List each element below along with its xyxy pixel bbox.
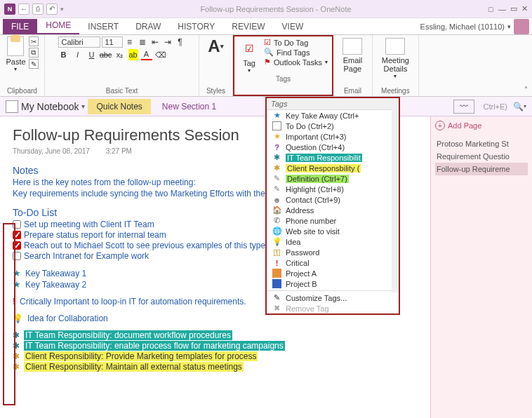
flag-icon: ⚑ — [264, 58, 271, 67]
tags-panel-header: Tags — [267, 98, 399, 110]
bullets-icon[interactable]: ≡ — [124, 36, 135, 48]
find-tags-button[interactable]: 🔍Find Tags — [264, 48, 328, 57]
tag-checkbox-icon[interactable]: ☑ — [239, 38, 260, 59]
tag-menu-item-todo[interactable]: To Do (Ctrl+2) — [267, 121, 399, 131]
bold-button[interactable]: B — [58, 49, 69, 60]
tags-dropdown-panel: Tags ★Key Take Away (Ctrl+To Do (Ctrl+2)… — [265, 97, 400, 315]
ribbon-tabs: FILE HOME INSERT DRAW HISTORY REVIEW VIE… — [0, 18, 532, 35]
tag-item-icon: ★ — [272, 111, 281, 120]
minimize-icon[interactable]: — — [498, 5, 506, 13]
underline-button[interactable]: U — [86, 49, 98, 60]
outlook-tasks-label: Outlook Tasks — [274, 58, 322, 67]
paragraph-icon[interactable]: ¶ — [175, 36, 186, 48]
italic-button[interactable]: I — [72, 49, 84, 60]
tab-history[interactable]: HISTORY — [169, 19, 223, 34]
tag-menu-item-hl[interactable]: ✎Highlight (Ctrl+8) — [267, 184, 399, 194]
numbering-icon[interactable]: ≣ — [137, 36, 148, 48]
tag-menu-item-it[interactable]: ✱IT Team Responsibilit — [267, 152, 399, 163]
notebook-icon[interactable] — [6, 100, 18, 113]
indent-left-icon[interactable]: ⇤ — [149, 36, 161, 48]
undo-icon[interactable]: ↶ — [46, 4, 58, 15]
tag-item-icon: ✎ — [272, 174, 281, 183]
todo-text: Reach out to Michael Scott to see previo… — [24, 241, 286, 250]
tag-item-icon — [272, 269, 281, 278]
add-page-label: Add Page — [448, 121, 481, 130]
tag-menu-item-ph[interactable]: ✆Phone number — [267, 215, 399, 226]
maximize-icon[interactable]: ▭ — [510, 4, 517, 13]
tag-menu-item-web[interactable]: 🌐Web site to visit — [267, 226, 399, 236]
tag-menu-item-addr[interactable]: 🏠Address — [267, 205, 399, 215]
paste-button[interactable]: Paste ▾ — [6, 36, 25, 72]
tag-menu-item-pw[interactable]: ⚿Password — [267, 247, 399, 257]
collapse-ribbon-icon[interactable]: ˄ — [524, 86, 528, 93]
meeting-details-button[interactable]: Meeting Details ▾ — [377, 36, 414, 81]
outlook-tasks-button[interactable]: ⚑Outlook Tasks▾ — [264, 58, 328, 67]
styles-button[interactable]: A▾ — [208, 36, 223, 56]
paste-label: Paste — [6, 58, 25, 66]
quick-style-icon[interactable]: 〰 — [453, 100, 474, 114]
section-tab-new[interactable]: New Section 1 — [154, 99, 225, 114]
font-color-button[interactable]: A — [141, 49, 152, 60]
remove-tag-button[interactable]: ✖Remove Tag — [267, 303, 399, 314]
tag-menu-item-cl[interactable]: ✱Client Responsbility ( — [267, 163, 399, 173]
copy-icon[interactable]: ⧉ — [29, 48, 39, 58]
indent-right-icon[interactable]: ⇥ — [162, 36, 173, 48]
tab-view[interactable]: VIEW — [274, 19, 312, 34]
email-page-button[interactable]: Email Page — [338, 36, 368, 74]
tag-item-icon: ☻ — [272, 195, 281, 204]
print-icon[interactable]: ⎙ — [32, 4, 44, 15]
tags-group-highlight: ☑ Tag ▾ ☑To Do Tag 🔍Find Tags ⚑Outlook T… — [233, 35, 333, 96]
user-area[interactable]: Essling, Michael (10110) ▾ — [420, 19, 529, 34]
tag-item-icon: 🌐 — [272, 227, 281, 236]
tag-menu-item-idea[interactable]: 💡Idea — [267, 236, 399, 247]
page-item[interactable]: Protoso Marketing St — [435, 137, 528, 150]
tab-home[interactable]: HOME — [37, 18, 79, 34]
notebook-name[interactable]: My Notebook — [21, 101, 79, 112]
ribbon-options-icon[interactable]: ▢ — [488, 6, 494, 13]
tag-menu-item-def[interactable]: ✎Definition (Ctrl+7) — [267, 173, 399, 184]
find-tags-label: Find Tags — [277, 48, 310, 57]
client-responsibility: Client Responsibility: Provide Marketing… — [24, 351, 258, 361]
tag-menu-item-ct[interactable]: ☻Contact (Ctrl+9) — [267, 194, 399, 205]
tag-menu-item-pa[interactable]: Project A — [267, 268, 399, 278]
back-icon[interactable]: ← — [18, 4, 29, 15]
search-input[interactable]: Ctrl+E) — [483, 102, 507, 111]
font-name-select[interactable]: Calibri — [58, 36, 100, 48]
clear-format-button[interactable]: ⌫ — [155, 49, 166, 60]
tab-insert[interactable]: INSERT — [79, 19, 127, 34]
add-page-button[interactable]: + Add Page — [435, 121, 528, 130]
cut-icon[interactable]: ✂ — [29, 36, 39, 46]
format-painter-icon[interactable]: ✎ — [29, 59, 39, 69]
notebook-dropdown-icon[interactable]: ▾ — [81, 102, 85, 110]
tag-menu-item-q[interactable]: ?Question (Ctrl+4) — [267, 142, 399, 152]
tab-file[interactable]: FILE — [3, 19, 37, 34]
scrollbar[interactable] — [392, 109, 399, 292]
tag-menu-item-imp[interactable]: ★Important (Ctrl+3) — [267, 131, 399, 142]
font-size-select[interactable]: 11 — [102, 36, 123, 48]
todo-text: Prepare status report for internal team — [24, 230, 166, 240]
customize-tags-button[interactable]: ✎Customize Tags... — [267, 292, 399, 303]
highlight-button[interactable]: ab — [128, 49, 138, 60]
customize-icon: ✎ — [272, 293, 281, 302]
page-item[interactable]: Requirement Questio — [435, 150, 528, 163]
todo-text: Set up meeting with Client IT Team — [24, 220, 154, 229]
user-name: Essling, Michael (10110) — [420, 22, 505, 31]
close-icon[interactable]: ✕ — [521, 4, 528, 13]
section-tab-quick-notes[interactable]: Quick Notes — [88, 99, 150, 114]
tag-menu-item-crit[interactable]: !Critical — [267, 257, 399, 268]
app-icon: N — [4, 4, 15, 15]
search-icon[interactable]: 🔍 — [513, 102, 524, 112]
tag-menu-item-kt[interactable]: ★Key Take Away (Ctrl+ — [267, 110, 399, 121]
quick-access-toolbar: N ← ⎙ ↶ ▾ — [4, 4, 64, 15]
strike-button[interactable]: abc — [100, 49, 112, 60]
todo-tag-button[interactable]: ☑To Do Tag — [264, 38, 328, 47]
page-item-selected[interactable]: Follow-up Requireme — [435, 163, 528, 175]
tab-review[interactable]: REVIEW — [223, 19, 273, 34]
subscript-button[interactable]: x₂ — [114, 49, 126, 60]
tab-draw[interactable]: DRAW — [127, 19, 169, 34]
page-date: Thursday, June 08, 2017 — [13, 147, 90, 155]
key-takeaway: Key Takeaway 2 — [25, 280, 86, 290]
tag-item-icon — [272, 279, 281, 288]
critical-note: Critically Important to loop-in IT for a… — [20, 297, 246, 306]
tag-menu-item-pb[interactable]: Project B — [267, 278, 399, 289]
